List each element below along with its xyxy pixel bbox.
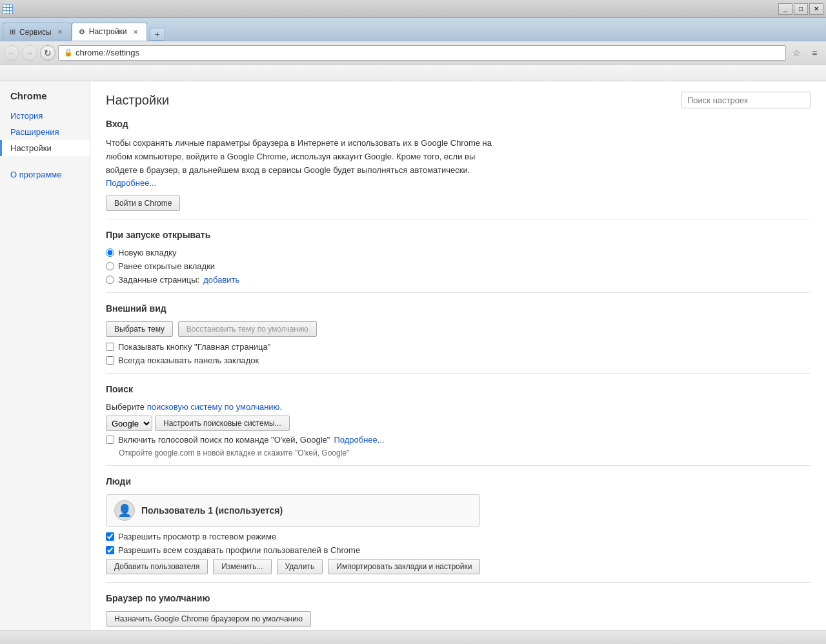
tab-services-label: Сервисы bbox=[19, 28, 52, 37]
people-section-title: Люди bbox=[106, 476, 811, 489]
user-avatar-icon: 👤 bbox=[117, 503, 132, 518]
signin-description: Чтобы сохранять личные параметры браузер… bbox=[106, 137, 493, 190]
startup-new-tab-radio[interactable] bbox=[106, 248, 114, 257]
startup-add-link[interactable]: добавить bbox=[203, 275, 239, 285]
bookmark-star-button[interactable]: ☆ bbox=[789, 45, 804, 61]
search-input[interactable] bbox=[681, 92, 811, 108]
startup-restore-label: Ранее открытые вкладки bbox=[118, 261, 215, 271]
allow-profiles-label: Разрешить всем создавать профили пользов… bbox=[118, 545, 360, 555]
user-avatar: 👤 bbox=[114, 500, 135, 521]
search-section-title: Поиск bbox=[106, 384, 811, 397]
chrome-menu-button[interactable]: ≡ bbox=[807, 45, 822, 61]
home-btn-checkbox-item[interactable]: Показывать кнопку "Главная страница" bbox=[106, 342, 811, 352]
sidebar-item-extensions[interactable]: Расширения bbox=[0, 124, 90, 140]
bookmark-bar bbox=[0, 65, 826, 81]
tab-services[interactable]: ⊞ Сервисы ✕ bbox=[3, 23, 72, 41]
tab-settings[interactable]: ⚙ Настройки ✕ bbox=[72, 23, 147, 41]
maximize-button[interactable]: □ bbox=[794, 3, 808, 15]
user-card: 👤 Пользователь 1 (используется) bbox=[106, 494, 480, 527]
refresh-button[interactable]: ↻ bbox=[40, 45, 55, 61]
tab-bar: ⊞ Сервисы ✕ ⚙ Настройки ✕ + bbox=[0, 18, 826, 41]
guest-mode-checkbox[interactable] bbox=[106, 532, 114, 541]
people-buttons: Добавить пользователя Изменить... Удалит… bbox=[106, 559, 811, 574]
tab-settings-label: Настройки bbox=[89, 27, 127, 36]
allow-profiles-checkbox[interactable] bbox=[106, 546, 114, 554]
signin-button[interactable]: Войти в Chrome bbox=[106, 196, 180, 211]
set-default-browser-button[interactable]: Назначить Google Chrome браузером по умо… bbox=[106, 611, 311, 627]
signin-more-link[interactable]: Подробнее... bbox=[106, 178, 156, 188]
title-bar: _ □ ✕ bbox=[0, 0, 826, 18]
app-icon bbox=[3, 4, 13, 14]
new-tab-button[interactable]: + bbox=[150, 28, 165, 41]
allow-profiles-checkbox-item[interactable]: Разрешить всем создавать профили пользов… bbox=[106, 545, 811, 555]
nav-bar: ← → ↻ 🔒 chrome://settings ☆ ≡ bbox=[0, 41, 826, 65]
user-name: Пользователь 1 (используется) bbox=[141, 505, 283, 516]
sidebar: Chrome История Расширения Настройки О пр… bbox=[0, 81, 90, 630]
search-section: Выберите поисковую систему по умолчанию.… bbox=[106, 402, 811, 458]
voice-search-checkbox[interactable] bbox=[106, 436, 114, 444]
sidebar-item-history[interactable]: История bbox=[0, 108, 90, 124]
bookmarks-bar-checkbox[interactable] bbox=[106, 356, 114, 365]
tab-settings-favicon: ⚙ bbox=[79, 28, 85, 36]
minimize-button[interactable]: _ bbox=[778, 3, 792, 15]
search-engine-select[interactable]: Google bbox=[106, 416, 152, 431]
tab-services-close[interactable]: ✕ bbox=[55, 28, 65, 37]
settings-header: Настройки bbox=[106, 92, 811, 108]
startup-new-tab-label: Новую вкладку bbox=[118, 248, 177, 257]
status-bar bbox=[0, 630, 826, 644]
address-bar[interactable]: 🔒 chrome://settings bbox=[58, 45, 786, 61]
startup-specific[interactable]: Заданные страницы: добавить bbox=[106, 275, 811, 285]
bookmarks-bar-label: Всегда показывать панель закладок bbox=[118, 356, 259, 365]
address-text: chrome://settings bbox=[76, 48, 139, 57]
startup-specific-label: Заданные страницы: bbox=[118, 275, 199, 285]
search-desc-prefix: Выберите bbox=[106, 402, 147, 412]
add-user-button[interactable]: Добавить пользователя bbox=[106, 559, 208, 574]
startup-restore-radio[interactable] bbox=[106, 262, 114, 270]
choose-theme-button[interactable]: Выбрать тему bbox=[106, 321, 173, 337]
voice-search-checkbox-item[interactable]: Включить голосовой поиск по команде "О'к… bbox=[106, 435, 811, 445]
voice-search-more-link[interactable]: Подробнее... bbox=[334, 435, 384, 445]
page-title: Настройки bbox=[106, 93, 169, 108]
browser-frame: _ □ ✕ ⊞ Сервисы ✕ ⚙ Настройки ✕ + ← → ↻ … bbox=[0, 0, 826, 644]
settings-main: Настройки Вход Чтобы сохранять личные па… bbox=[90, 81, 826, 630]
sidebar-item-about[interactable]: О программе bbox=[0, 166, 90, 183]
startup-radio-group: Новую вкладку Ранее открытые вкладки Зад… bbox=[106, 248, 811, 285]
default-browser-section-title: Браузер по умолчанию bbox=[106, 593, 811, 606]
guest-mode-label: Разрешить просмотр в гостевом режиме bbox=[118, 532, 276, 541]
search-desc-suffix: . bbox=[279, 402, 282, 412]
import-button[interactable]: Импортировать закладки и настройки bbox=[328, 559, 480, 574]
startup-new-tab[interactable]: Новую вкладку bbox=[106, 248, 811, 257]
configure-search-button[interactable]: Настроить поисковые системы... bbox=[155, 416, 290, 431]
close-button[interactable]: ✕ bbox=[809, 3, 823, 15]
back-button[interactable]: ← bbox=[4, 45, 19, 61]
startup-section-title: При запуске открывать bbox=[106, 230, 811, 243]
tab-services-favicon: ⊞ bbox=[10, 28, 15, 36]
appearance-section-title: Внешний вид bbox=[106, 303, 811, 316]
search-engine-row: Google Настроить поисковые системы... bbox=[106, 416, 811, 431]
edit-user-button[interactable]: Изменить... bbox=[213, 559, 271, 574]
home-btn-checkbox[interactable] bbox=[106, 343, 114, 351]
delete-user-button[interactable]: Удалить bbox=[277, 559, 323, 574]
voice-search-hint: Откройте google.com в новой вкладке и ск… bbox=[119, 448, 811, 458]
guest-mode-checkbox-item[interactable]: Разрешить просмотр в гостевом режиме bbox=[106, 532, 811, 541]
forward-button[interactable]: → bbox=[22, 45, 37, 61]
default-browser-section: Назначить Google Chrome браузером по умо… bbox=[106, 611, 811, 630]
title-bar-left bbox=[3, 4, 13, 14]
sidebar-item-settings[interactable]: Настройки bbox=[0, 140, 90, 156]
home-btn-label: Показывать кнопку "Главная страница" bbox=[118, 342, 270, 352]
signin-section-title: Вход bbox=[106, 119, 811, 132]
address-lock-icon: 🔒 bbox=[64, 48, 73, 57]
reset-theme-button[interactable]: Восстановить тему по умолчанию bbox=[178, 321, 317, 337]
content-area: Chrome История Расширения Настройки О пр… bbox=[0, 81, 826, 630]
startup-specific-radio[interactable] bbox=[106, 276, 114, 284]
window-controls: _ □ ✕ bbox=[778, 3, 823, 15]
voice-search-label: Включить голосовой поиск по команде "О'к… bbox=[118, 435, 330, 445]
default-search-link[interactable]: поисковую систему по умолчанию bbox=[147, 402, 280, 412]
tab-settings-close[interactable]: ✕ bbox=[131, 27, 140, 36]
bookmarks-bar-checkbox-item[interactable]: Всегда показывать панель закладок bbox=[106, 356, 811, 365]
sidebar-title: Chrome bbox=[0, 88, 90, 108]
startup-restore[interactable]: Ранее открытые вкладки bbox=[106, 261, 811, 271]
